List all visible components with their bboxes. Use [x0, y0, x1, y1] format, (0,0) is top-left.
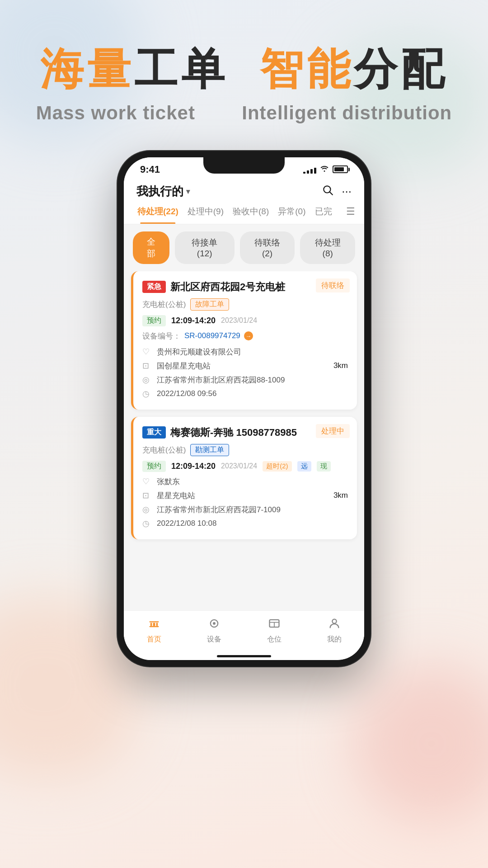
main-headline: 海量工单 智能分配	[0, 45, 488, 93]
clock-icon-1: ◷	[142, 389, 152, 399]
card-2-remote-badge: 远	[297, 461, 311, 472]
card-2-station-row: ⊡ 星星充电站 3km	[142, 491, 348, 501]
card-2-urgency-badge: 重大	[142, 426, 166, 439]
headline-part3: 智能	[260, 45, 354, 93]
nav-profile[interactable]: 我的	[304, 611, 364, 651]
app-title-row[interactable]: 我执行的 ▾	[136, 184, 190, 199]
nav-device-label: 设备	[207, 635, 221, 644]
card-1-status-badge: 待联络	[316, 278, 350, 292]
card-1-address: 江苏省常州市新北区府西花园88-1009	[157, 375, 285, 385]
location-icon-1: ◎	[142, 375, 152, 385]
card-2-datetime: 2022/12/08 10:08	[157, 519, 216, 528]
more-button[interactable]: ···	[342, 184, 352, 198]
card-2-time-badge: 预约	[142, 461, 166, 472]
svg-point-12	[332, 619, 336, 623]
station-icon-2: ⊡	[142, 491, 152, 500]
tabs-row: 待处理(22) 处理中(9) 验收中(8) 异常(0) 已完 ☰	[124, 199, 364, 224]
nav-device[interactable]: 设备	[184, 611, 244, 651]
headline-part4: 分配	[354, 45, 448, 93]
wifi-icon	[320, 165, 329, 174]
tab-accepting[interactable]: 验收中(8)	[228, 199, 273, 224]
card-1-device-row: 设备编号： SR-0089974729 →	[142, 331, 348, 341]
card-2-subtitle: 充电桩(公桩) 勘测工单	[142, 444, 348, 456]
card-1-customer: 贵州和元顺建设有限公司	[157, 347, 241, 357]
profile-icon	[328, 617, 341, 633]
headline-part1: 海量	[40, 45, 134, 93]
card-1-station-row: ⊡ 国创星星充电站 3km	[142, 361, 348, 371]
card-2-time-row: 预约 12:09-14:20 2023/01/24 超时(2) 远 现	[142, 461, 348, 472]
phone-notch	[203, 157, 285, 174]
app-title-text: 我执行的	[136, 184, 183, 199]
card-2-address: 江苏省常州市新北区府西花园7-1009	[157, 505, 281, 515]
heart-icon: ♡	[142, 347, 152, 357]
header-actions: ···	[322, 184, 352, 199]
nav-warehouse[interactable]: 仓位	[244, 611, 304, 651]
status-icons	[303, 165, 348, 174]
signal-bar-4	[314, 168, 316, 174]
work-card-2[interactable]: 处理中 重大 梅赛德斯-奔驰 15098778985 充电桩(公桩) 勘测工单 …	[131, 417, 357, 539]
card-2-customer-row: ♡ 张默东	[142, 476, 348, 487]
card-2-datetime-row: ◷ 2022/12/08 10:08	[142, 519, 348, 528]
card-1-date: 2023/01/24	[221, 316, 257, 325]
card-1-time-badge: 预约	[142, 315, 166, 326]
card-2-customer: 张默东	[157, 476, 180, 487]
card-1-device-label: 设备编号：	[142, 331, 181, 341]
app-header: 我执行的 ▾ ···	[124, 179, 364, 199]
tab-pending[interactable]: 待处理(22)	[133, 199, 183, 224]
card-1-time-range: 12:09-14:20	[171, 316, 216, 326]
work-card-1[interactable]: 待联络 紧急 新北区府西花园2号充电桩 充电桩(公桩) 故障工单 预约 12:0…	[131, 271, 357, 410]
signal-bar-1	[303, 172, 305, 174]
card-1-address-row: ◎ 江苏省常州市新北区府西花园88-1009	[142, 375, 348, 385]
english-part1: Mass work ticket	[36, 102, 195, 123]
nav-profile-label: 我的	[327, 635, 342, 644]
tab-abnormal[interactable]: 异常(0)	[273, 199, 310, 224]
heart-icon-2: ♡	[142, 476, 152, 486]
tab-processing[interactable]: 处理中(9)	[183, 199, 228, 224]
filter-row: 全部 待接单(12) 待联络(2) 待处理(8)	[124, 224, 364, 271]
card-2-onsite-badge: 现	[317, 461, 331, 472]
signal-bar-3	[310, 169, 313, 174]
card-1-ticket-type: 故障工单	[190, 298, 229, 311]
card-2-time-range: 12:09-14:20	[171, 462, 216, 471]
headline-part2: 工单	[134, 45, 228, 93]
filter-pending-contact[interactable]: 待联络(2)	[240, 231, 295, 264]
dropdown-icon[interactable]: ▾	[186, 187, 190, 196]
filter-pending-process[interactable]: 待处理(8)	[300, 231, 355, 264]
nav-home-label: 首页	[147, 635, 161, 644]
card-1-datetime: 2022/12/08 09:56	[157, 389, 216, 398]
subtitle-english: Mass work ticket Intelligent distributio…	[0, 102, 488, 124]
signal-bars-icon	[303, 165, 316, 174]
signal-bar-2	[307, 170, 309, 174]
svg-rect-4	[153, 623, 155, 626]
card-1-device-link-icon[interactable]: →	[244, 331, 253, 340]
header-section: 海量工单 智能分配 Mass work ticket Intelligent d…	[0, 0, 488, 124]
card-1-time-row: 预约 12:09-14:20 2023/01/24	[142, 315, 348, 326]
cards-container: 待联络 紧急 新北区府西花园2号充电桩 充电桩(公桩) 故障工单 预约 12:0…	[124, 271, 364, 647]
warehouse-icon	[268, 617, 281, 633]
card-1-distance: 3km	[333, 361, 348, 370]
card-2-ticket-type: 勘测工单	[190, 444, 229, 456]
card-2-date: 2023/01/24	[221, 462, 257, 470]
svg-rect-6	[149, 626, 159, 627]
card-2-station: 星星充电站	[157, 491, 195, 501]
status-time: 9:41	[140, 164, 160, 175]
phone-container: 9:41	[0, 151, 488, 666]
nav-home[interactable]: 首页	[124, 611, 184, 651]
card-2-distance: 3km	[333, 491, 348, 500]
card-1-title: 新北区府西花园2号充电桩	[170, 280, 285, 294]
card-1-urgency-badge: 紧急	[142, 281, 166, 293]
card-2-type: 充电桩(公桩)	[142, 445, 186, 455]
bottom-nav: 首页 设备 仓位 我的	[124, 610, 364, 660]
card-1-customer-row: ♡ 贵州和元顺建设有限公司	[142, 347, 348, 357]
phone-screen: 9:41	[124, 157, 364, 660]
tab-completed[interactable]: 已完	[310, 199, 337, 224]
device-icon	[208, 617, 221, 633]
search-button[interactable]	[322, 184, 333, 199]
list-view-icon[interactable]: ☰	[346, 206, 355, 217]
location-icon-2: ◎	[142, 505, 152, 514]
card-2-title: 梅赛德斯-奔驰 15098778985	[170, 426, 297, 439]
filter-all[interactable]: 全部	[133, 231, 169, 264]
svg-rect-5	[156, 623, 158, 626]
filter-pending-accept[interactable]: 待接单(12)	[175, 231, 235, 264]
home-indicator	[217, 655, 271, 657]
